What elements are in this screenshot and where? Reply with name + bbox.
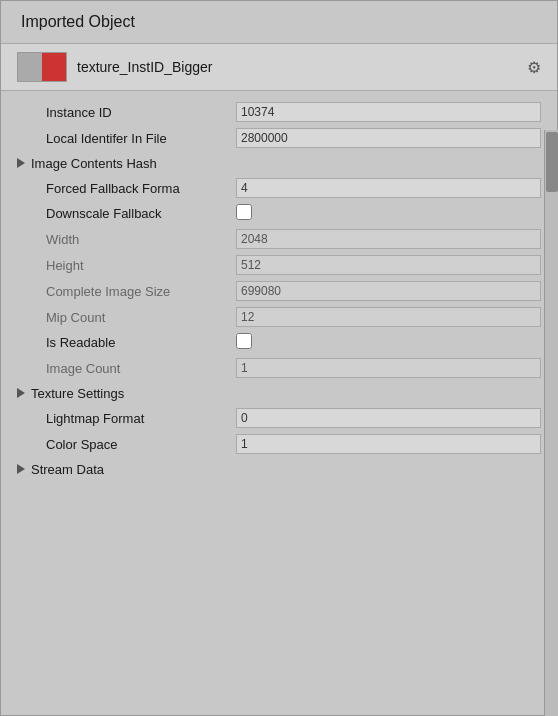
color-space-input[interactable] <box>236 434 541 454</box>
height-input <box>236 255 541 275</box>
gear-icon[interactable]: ⚙ <box>527 58 541 77</box>
mip-count-value <box>236 307 541 327</box>
instance-id-row: Instance ID <box>1 99 557 125</box>
texture-settings-label: Texture Settings <box>31 386 124 401</box>
lightmap-format-value[interactable] <box>236 408 541 428</box>
local-identifier-value[interactable] <box>236 128 541 148</box>
forced-fallback-format-value[interactable] <box>236 178 541 198</box>
texture-preview-thumbnail <box>17 52 67 82</box>
downscale-fallback-row: Downscale Fallback <box>1 201 557 226</box>
lightmap-format-label: Lightmap Format <box>46 411 236 426</box>
complete-image-size-input <box>236 281 541 301</box>
local-identifier-label: Local Identifer In File <box>46 131 236 146</box>
scrollbar-thumb[interactable] <box>546 132 558 192</box>
object-name: texture_InstID_Bigger <box>77 59 212 75</box>
object-header: texture_InstID_Bigger ⚙ <box>1 44 557 91</box>
is-readable-label: Is Readable <box>46 335 236 350</box>
width-row: Width <box>1 226 557 252</box>
triangle-icon <box>17 388 25 398</box>
properties-area: Instance ID Local Identifer In File Imag… <box>1 91 557 715</box>
is-readable-value[interactable] <box>236 333 541 352</box>
downscale-fallback-checkbox[interactable] <box>236 204 252 220</box>
lightmap-format-row: Lightmap Format <box>1 405 557 431</box>
mip-count-row: Mip Count <box>1 304 557 330</box>
is-readable-row: Is Readable <box>1 330 557 355</box>
instance-id-input[interactable] <box>236 102 541 122</box>
title-bar: Imported Object <box>1 1 557 44</box>
triangle-icon <box>17 158 25 168</box>
color-space-row: Color Space <box>1 431 557 457</box>
stream-data-label: Stream Data <box>31 462 104 477</box>
triangle-icon <box>17 464 25 474</box>
instance-id-value[interactable] <box>236 102 541 122</box>
downscale-fallback-label: Downscale Fallback <box>46 206 236 221</box>
scrollbar[interactable] <box>544 130 558 716</box>
color-space-label: Color Space <box>46 437 236 452</box>
image-count-input <box>236 358 541 378</box>
image-count-row: Image Count <box>1 355 557 381</box>
color-space-value[interactable] <box>236 434 541 454</box>
window-title: Imported Object <box>21 13 135 30</box>
image-contents-hash-section[interactable]: Image Contents Hash <box>1 151 557 175</box>
image-count-label: Image Count <box>46 361 236 376</box>
stream-data-section[interactable]: Stream Data <box>1 457 557 481</box>
height-value <box>236 255 541 275</box>
instance-id-label: Instance ID <box>46 105 236 120</box>
forced-fallback-format-label: Forced Fallback Forma <box>46 181 236 196</box>
image-contents-hash-label: Image Contents Hash <box>31 156 157 171</box>
width-value <box>236 229 541 249</box>
local-identifier-input[interactable] <box>236 128 541 148</box>
width-input <box>236 229 541 249</box>
is-readable-checkbox[interactable] <box>236 333 252 349</box>
forced-fallback-format-input[interactable] <box>236 178 541 198</box>
complete-image-size-label: Complete Image Size <box>46 284 236 299</box>
height-row: Height <box>1 252 557 278</box>
texture-settings-section[interactable]: Texture Settings <box>1 381 557 405</box>
complete-image-size-value <box>236 281 541 301</box>
downscale-fallback-value[interactable] <box>236 204 541 223</box>
mip-count-input <box>236 307 541 327</box>
image-count-value <box>236 358 541 378</box>
mip-count-label: Mip Count <box>46 310 236 325</box>
forced-fallback-format-row: Forced Fallback Forma <box>1 175 557 201</box>
complete-image-size-row: Complete Image Size <box>1 278 557 304</box>
height-label: Height <box>46 258 236 273</box>
width-label: Width <box>46 232 236 247</box>
local-identifier-row: Local Identifer In File <box>1 125 557 151</box>
lightmap-format-input[interactable] <box>236 408 541 428</box>
